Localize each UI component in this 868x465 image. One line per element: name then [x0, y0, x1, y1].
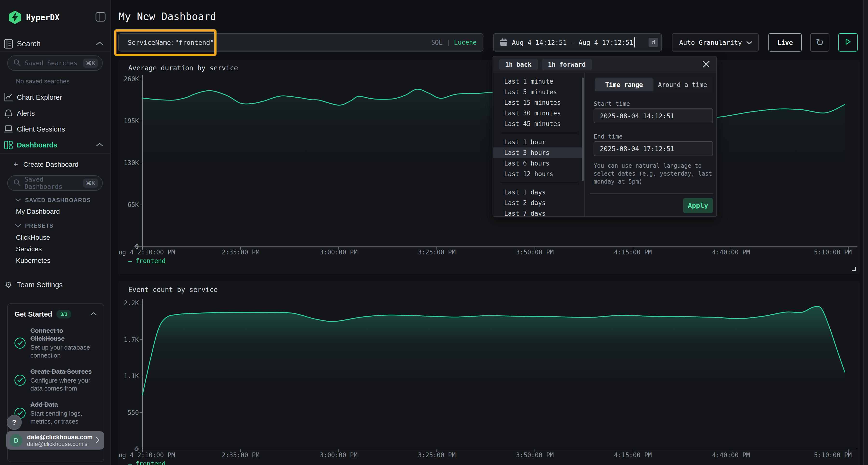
line-chart[interactable] [118, 281, 860, 465]
section-title: SAVED DASHBOARDS [25, 197, 91, 204]
time-range-option[interactable]: Last 2 days [493, 198, 583, 208]
apply-button[interactable]: Apply [683, 198, 713, 213]
time-range-option[interactable]: Last 7 days [493, 208, 583, 217]
x-tick-label: 3:50:00 PM [516, 452, 554, 459]
create-dashboard-button[interactable]: + Create Dashboard [13, 160, 79, 169]
time-picker-popover: 1h back 1h forward Last 1 minuteLast 5 m… [493, 56, 717, 217]
step-title: Create Data Sources [30, 368, 97, 376]
chevron-right-icon [95, 437, 100, 444]
panel-resize-handle[interactable] [852, 267, 856, 271]
search-icon [13, 59, 21, 67]
y-tick-label: 195K [119, 117, 139, 125]
run-query-button[interactable] [838, 33, 858, 52]
granularity-select[interactable]: Auto Granularity [672, 33, 759, 52]
check-circle-icon [14, 337, 26, 348]
sidebar-item-team-settings[interactable]: ⚙ Team Settings [0, 277, 111, 292]
sidebar-item-services[interactable]: Services [16, 245, 42, 253]
create-dashboard-label: Create Dashboard [23, 161, 79, 168]
divider [500, 183, 578, 184]
x-tick-label: Aug 4 2:10:00 PM [118, 248, 175, 256]
tab-around-a-time[interactable]: Around a time [653, 78, 712, 91]
x-tick-label: 3:25:00 PM [418, 452, 456, 459]
live-button[interactable]: Live [768, 33, 802, 52]
page-scrollbar[interactable] [863, 0, 868, 465]
end-time-label: End time [594, 133, 623, 140]
page-title: My New Dashboard [119, 10, 216, 23]
refresh-button[interactable]: ↻ [810, 33, 830, 52]
sql-mode-button[interactable]: SQL [431, 39, 442, 46]
start-time-value: 2025-08-04 14:12:51 [600, 112, 674, 120]
search-query-input[interactable]: ServiceName:"frontend" SQL | Lucene [118, 33, 484, 52]
time-range-option[interactable]: Last 30 minutes [493, 108, 583, 119]
sidebar-item-dashboards[interactable]: Dashboards [0, 138, 111, 152]
x-tick-label: 3:25:00 PM [418, 248, 456, 256]
legend-label: frontend [135, 257, 166, 265]
saved-dashboards-section-header[interactable]: SAVED DASHBOARDS [15, 197, 91, 204]
x-tick-label: 4:40:00 PM [712, 248, 750, 256]
hyperdx-logo-icon [8, 10, 22, 25]
time-range-option[interactable]: Last 12 hours [493, 169, 583, 179]
legend-label: frontend [135, 460, 166, 465]
time-range-option[interactable]: Last 6 hours [493, 158, 583, 169]
chevron-down-icon [15, 197, 21, 204]
chart-legend[interactable]: — frontend [128, 460, 166, 465]
lucene-mode-button[interactable]: Lucene [454, 39, 477, 46]
chart-legend[interactable]: — frontend [128, 257, 166, 265]
sidebar-item-label: Team Settings [17, 281, 63, 289]
user-profile-chip[interactable]: D dale@clickhouse.com dale@clickhouse.co… [6, 431, 104, 450]
logo[interactable]: HyperDX [8, 10, 60, 25]
legend-swatch: — [128, 257, 132, 265]
get-started-step-add-data[interactable]: Add Data Start sending logs, metrics, or… [14, 401, 97, 426]
no-saved-searches-text: No saved searches [16, 77, 70, 85]
shift-forward-button[interactable]: 1h forward [542, 59, 592, 70]
chevron-up-icon[interactable] [90, 312, 97, 317]
step-description: Start sending logs, metrics, or traces [30, 409, 97, 426]
close-icon[interactable] [702, 60, 711, 69]
line-chart[interactable] [118, 60, 860, 274]
sidebar-item-label: Client Sessions [17, 125, 65, 133]
chart-explorer-icon [0, 93, 17, 102]
end-time-input[interactable]: 2025-08-04 17:12:51 [594, 141, 713, 156]
sidebar-item-search[interactable]: Search [0, 37, 111, 51]
time-picker-header: 1h back 1h forward [493, 56, 716, 73]
presets-section-header[interactable]: PRESETS [15, 223, 54, 229]
text-caret [634, 37, 635, 47]
granularity-value: Auto Granularity [679, 39, 742, 46]
time-range-option[interactable]: Last 45 minutes [493, 119, 583, 129]
end-time-value: 2025-08-04 17:12:51 [600, 145, 674, 153]
saved-dashboards-placeholder: Saved Dashboards [25, 176, 83, 190]
bell-icon [0, 108, 17, 118]
scrollbar-thumb[interactable] [582, 77, 584, 181]
saved-dashboards-input[interactable]: Saved Dashboards ⌘K [7, 175, 103, 191]
check-circle-icon [14, 375, 26, 386]
start-time-input[interactable]: 2025-08-04 14:12:51 [594, 108, 713, 123]
time-range-input[interactable]: Aug 4 14:12:51 - Aug 4 17:12:51 d [493, 33, 662, 52]
sidebar-item-clickhouse[interactable]: ClickHouse [16, 234, 50, 241]
sidebar-item-alerts[interactable]: Alerts [0, 106, 111, 121]
y-tick-label: 260K [119, 75, 139, 82]
x-tick-label: 3:00:00 PM [320, 248, 358, 256]
tab-time-range[interactable]: Time range [595, 78, 653, 91]
sidebar-collapse-icon[interactable] [95, 12, 105, 23]
saved-searches-input[interactable]: Saved Searches ⌘K [7, 56, 103, 71]
sidebar-item-client-sessions[interactable]: Client Sessions [0, 122, 111, 136]
time-range-option[interactable]: Last 15 minutes [493, 97, 583, 108]
help-button[interactable]: ? [7, 415, 22, 430]
sidebar-item-kubernetes[interactable]: Kubernetes [16, 257, 51, 265]
time-range-text: Aug 4 14:12:51 - Aug 4 17:12:51 [512, 39, 633, 46]
time-picker-tabs: Time range Around a time [594, 77, 713, 93]
time-range-option[interactable]: Last 1 minute [493, 76, 583, 87]
chevron-down-icon [15, 223, 21, 229]
time-range-option[interactable]: Last 3 hours [493, 147, 583, 158]
get-started-step-data-sources[interactable]: Create Data Sources Configure where your… [14, 368, 97, 393]
shift-back-button[interactable]: 1h back [499, 59, 538, 70]
divider [0, 154, 111, 154]
time-range-option[interactable]: Last 1 days [493, 187, 583, 198]
sidebar-item-chart-explorer[interactable]: Chart Explorer [0, 90, 111, 105]
get-started-step-connect[interactable]: Connect to ClickHouse Set up your databa… [14, 327, 97, 360]
divider [585, 73, 585, 217]
time-range-option[interactable]: Last 5 minutes [493, 87, 583, 97]
time-range-option[interactable]: Last 1 hour [493, 137, 583, 147]
sidebar-item-my-dashboard[interactable]: My Dashboard [16, 208, 60, 215]
start-time-label: Start time [594, 100, 630, 107]
